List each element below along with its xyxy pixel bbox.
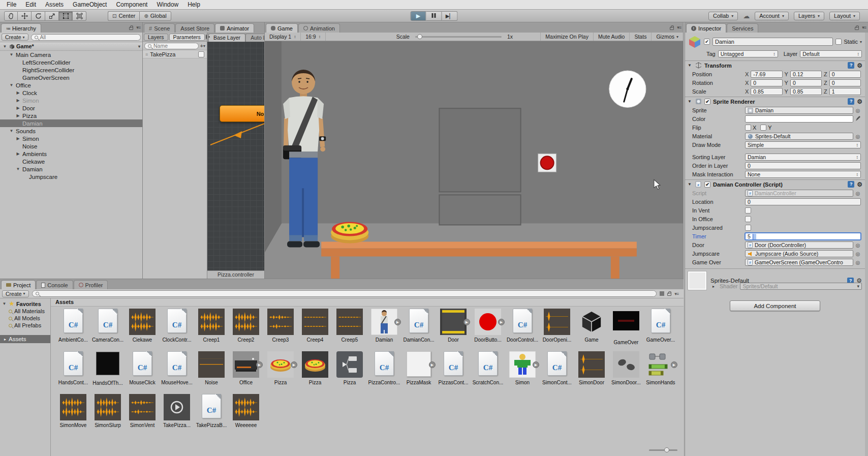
foldout-arrow[interactable]: ▼ <box>688 182 692 187</box>
asset-pizza[interactable]: Pizza <box>298 350 332 393</box>
scene-header-game[interactable]: ▼ Game* ▾ <box>0 42 142 51</box>
expand-arrow-icon[interactable]: ▶ <box>533 361 539 368</box>
add-component-button[interactable]: Add Component <box>730 300 820 311</box>
asset-simonvent[interactable]: SimonVent <box>125 393 160 436</box>
asset-ambientco[interactable]: C#AmbientCo... <box>56 308 90 350</box>
asset-office[interactable]: ▶Office <box>229 350 263 393</box>
asset-gameover[interactable]: C#GameOver... <box>643 308 678 350</box>
animator-state-graph[interactable]: No <box>207 42 264 270</box>
menu-file[interactable]: File <box>2 1 21 9</box>
pivot-global-button[interactable]: ⊕Global <box>139 11 171 21</box>
tab-base-layer[interactable]: Base Layer <box>208 34 245 42</box>
location-field[interactable]: 0 <box>745 198 861 205</box>
door-button[interactable] <box>538 154 556 172</box>
asset-doorcontrol[interactable]: C#DoorControl... <box>505 308 540 350</box>
asset-creep4[interactable]: Creep4 <box>298 308 332 350</box>
hierarchy-item-damian[interactable]: ▼Damian <box>0 165 142 173</box>
object-picker-icon[interactable]: ◎ <box>855 191 861 196</box>
hierarchy-item-ambients[interactable]: ▶Ambients <box>0 150 142 158</box>
foldout-arrow[interactable]: ▸ <box>712 284 717 289</box>
expand-arrow-icon[interactable]: ▶ <box>429 361 436 368</box>
transform-gizmo-tool-button[interactable] <box>73 11 86 21</box>
scale-slider-knob[interactable] <box>417 34 422 39</box>
tab-console[interactable]: Console <box>36 280 73 289</box>
panel-menu-icon[interactable]: ▾≡ <box>677 25 681 30</box>
expand-arrow-icon[interactable]: ▶ <box>394 319 401 325</box>
tag-dropdown[interactable]: Untagged↕ <box>718 50 778 57</box>
layer-dropdown[interactable]: Default↕ <box>800 50 862 57</box>
asset-simonslurp[interactable]: SimonSlurp <box>90 393 125 436</box>
pan-tool-button[interactable] <box>4 11 18 21</box>
rotate-tool-button[interactable] <box>32 11 45 21</box>
asset-simonhands[interactable]: ▶SimonHands <box>643 350 678 393</box>
hierarchy-item-simon[interactable]: ▶Simon <box>0 97 142 104</box>
tab-layers[interactable]: Layers <box>144 34 168 41</box>
sorting-layer-dropdown[interactable]: Damian↕ <box>745 154 861 161</box>
eyedropper-icon[interactable] <box>855 116 861 123</box>
layers-dropdown[interactable]: Layers▾ <box>794 12 824 20</box>
asset-handscont[interactable]: C#HandsCont... <box>56 350 90 393</box>
collab-button[interactable]: Collab▾ <box>708 12 738 20</box>
hierarchy-item-damian[interactable]: Damian <box>0 119 142 127</box>
foldout-arrow[interactable]: ▶ <box>15 98 21 103</box>
asset-door[interactable]: ▶Door <box>436 308 471 350</box>
asset-simondoor[interactable]: SimonDoor <box>574 350 609 393</box>
project-search-input[interactable] <box>32 290 657 297</box>
asset-handsofth[interactable]: HandsOfTh... <box>90 350 125 393</box>
mask-interaction-dropdown[interactable]: None↕ <box>745 171 861 178</box>
tab-inspector[interactable]: iInspector <box>686 23 726 33</box>
expand-arrow-icon[interactable]: ▶ <box>498 319 505 325</box>
axis-field[interactable]: 0 <box>829 71 861 78</box>
script-object-field[interactable]: #DamianController <box>745 190 853 197</box>
in-office-checkbox[interactable] <box>745 216 751 222</box>
animator-state-node[interactable]: No <box>220 105 264 122</box>
favorite-all-materials[interactable]: All Materials <box>0 308 50 315</box>
favorite-all-prefabs[interactable]: All Prefabs <box>0 322 50 329</box>
auto-live-link-button[interactable]: Auto L <box>245 34 264 42</box>
asset-scratchcon[interactable]: C#ScratchCon... <box>471 350 505 393</box>
name-field[interactable]: Damian <box>712 38 833 46</box>
foldout-arrow[interactable]: ▶ <box>15 106 21 110</box>
hierarchy-create-button[interactable]: Create▾ <box>2 34 28 41</box>
object-picker-icon[interactable]: ◎ <box>855 251 861 257</box>
asset-damian[interactable]: ▶Damian <box>367 308 401 350</box>
game-toolbar-gizmos[interactable]: Gizmos▾ <box>651 33 683 41</box>
axis-field[interactable]: 0 <box>790 79 822 86</box>
asset-pizzacontro[interactable]: C#PizzaContro... <box>367 350 401 393</box>
tab-profiler[interactable]: Profiler <box>74 280 108 289</box>
parameter-search-input[interactable]: Name <box>144 43 199 49</box>
axis-field[interactable]: 0.12 <box>790 71 822 78</box>
asset-simon[interactable]: ▶Simon <box>505 350 540 393</box>
scale-slider[interactable] <box>415 36 502 38</box>
color-field[interactable] <box>745 115 853 123</box>
move-tool-button[interactable] <box>18 11 32 21</box>
asset-labels-icon[interactable] <box>660 291 664 296</box>
asset-creep3[interactable]: Creep3 <box>263 308 298 350</box>
parameter-checkbox[interactable] <box>198 51 204 57</box>
door-object-field[interactable]: #Door (DoorController) <box>745 241 853 249</box>
axis-field[interactable]: 0.85 <box>790 88 822 95</box>
lock-icon[interactable] <box>129 27 133 30</box>
foldout-arrow[interactable]: ▶ <box>15 136 21 141</box>
asset-pizza[interactable]: Pizza <box>332 350 367 393</box>
asset-mousehove[interactable]: C#MouseHove... <box>160 350 194 393</box>
component-enabled-checkbox[interactable]: ✔ <box>704 99 710 105</box>
asset-damiancon[interactable]: C#DamianCon... <box>401 308 436 350</box>
step-button[interactable]: ▶▏ <box>442 11 458 21</box>
active-checkbox[interactable]: ✔ <box>704 39 710 45</box>
draw-mode-dropdown[interactable]: Simple↕ <box>745 141 861 148</box>
hierarchy-item-clock[interactable]: ▶Clock <box>0 89 142 97</box>
hierarchy-item-rightscreencollider[interactable]: RightScreenCollider <box>0 66 142 74</box>
parameter-takepizza[interactable]: ≡TakePizza <box>143 50 207 58</box>
tab-project[interactable]: Project <box>1 280 36 289</box>
asset-doorbutto[interactable]: ▶DoorButto... <box>471 308 505 350</box>
component-enabled-checkbox[interactable]: ✔ <box>704 181 710 188</box>
game-toolbar-maximize-on-play[interactable]: Maximize On Play <box>540 33 593 41</box>
help-icon[interactable]: ? <box>848 98 854 105</box>
foldout-arrow[interactable]: ▶ <box>15 151 21 156</box>
office-door[interactable] <box>439 108 520 225</box>
object-picker-icon[interactable]: ◎ <box>855 134 861 139</box>
foldout-arrow[interactable]: ▼ <box>9 129 14 133</box>
pause-button[interactable] <box>426 11 442 21</box>
expand-arrow-icon[interactable]: ▶ <box>463 319 470 325</box>
